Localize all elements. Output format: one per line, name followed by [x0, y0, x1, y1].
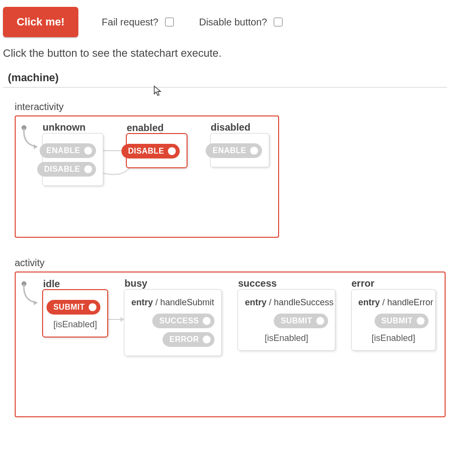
- state-unknown-title: unknown: [43, 122, 86, 133]
- disable-button-checkbox[interactable]: [274, 18, 283, 26]
- entry-action: entry / handleError: [358, 297, 428, 308]
- disable-button-label: Disable button?: [199, 17, 267, 28]
- event-submit[interactable]: SUBMIT: [274, 314, 328, 328]
- state-idle: idle SUBMIT [isEnabled]: [42, 289, 108, 338]
- guard-isenabled: [isEnabled]: [50, 319, 100, 330]
- entry-action: entry / handleSubmit: [131, 297, 214, 308]
- region-activity-label: activity: [15, 257, 447, 269]
- state-error: error entry / handleError SUBMIT [isEnab…: [351, 289, 436, 351]
- state-idle-title: idle: [43, 278, 60, 290]
- state-disabled-title: disabled: [211, 122, 250, 133]
- fail-request-option[interactable]: Fail request?: [102, 16, 176, 28]
- cursor-icon: [154, 86, 163, 99]
- region-interactivity-wrap: interactivity unknown ENABLE DISABLE ena…: [15, 101, 447, 238]
- event-success[interactable]: SUCCESS: [152, 314, 214, 328]
- state-enabled-title: enabled: [127, 122, 164, 134]
- state-unknown: unknown ENABLE DISABLE: [42, 133, 103, 186]
- event-enable[interactable]: ENABLE: [206, 143, 262, 158]
- state-disabled: disabled ENABLE: [210, 133, 269, 167]
- region-activity: idle SUBMIT [isEnabled] busy entry / han…: [15, 272, 446, 417]
- fail-request-label: Fail request?: [102, 17, 159, 28]
- machine-title: (machine): [8, 71, 447, 84]
- guard-isenabled: [isEnabled]: [358, 333, 428, 343]
- state-busy-title: busy: [124, 278, 147, 289]
- event-disable-active[interactable]: DISABLE: [121, 144, 180, 159]
- region-interactivity: unknown ENABLE DISABLE enabled DISABLE d…: [15, 115, 279, 238]
- state-enabled: enabled DISABLE: [126, 133, 188, 168]
- event-enable[interactable]: ENABLE: [40, 143, 96, 158]
- region-interactivity-label: interactivity: [15, 101, 447, 113]
- click-me-button[interactable]: Click me!: [3, 7, 78, 37]
- event-submit-active[interactable]: SUBMIT: [47, 300, 100, 315]
- event-disable[interactable]: DISABLE: [37, 162, 96, 177]
- event-error[interactable]: ERROR: [163, 332, 214, 347]
- disable-button-option[interactable]: Disable button?: [199, 16, 284, 28]
- divider: [3, 87, 447, 88]
- guard-isenabled: [isEnabled]: [245, 333, 328, 343]
- state-success-title: success: [238, 278, 277, 289]
- control-row: Click me! Fail request? Disable button?: [3, 4, 447, 45]
- region-activity-wrap: activity idle SUBMIT: [15, 257, 447, 417]
- entry-action: entry / handleSuccess: [245, 297, 328, 308]
- state-busy: busy entry / handleSubmit SUCCESS ERROR: [124, 289, 222, 356]
- event-submit[interactable]: SUBMIT: [375, 314, 428, 328]
- state-success: success entry / handleSuccess SUBMIT [is…: [237, 289, 335, 351]
- fail-request-checkbox[interactable]: [165, 18, 174, 26]
- state-error-title: error: [352, 278, 375, 289]
- instruction-text: Click the button to see the statechart e…: [3, 47, 447, 60]
